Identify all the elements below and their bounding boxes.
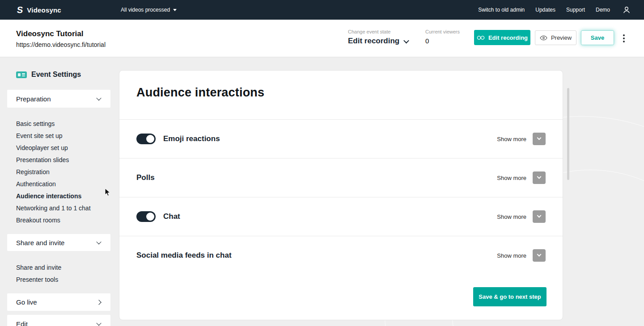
- link-updates[interactable]: Updates: [535, 7, 555, 13]
- show-more-link[interactable]: Show more: [497, 136, 526, 142]
- edit-recording-label: Edit recording: [488, 34, 528, 41]
- emoji-reactions-toggle[interactable]: [136, 134, 156, 144]
- event-state-value: Edit recording: [348, 37, 399, 46]
- row-label: Polls: [136, 173, 155, 182]
- event-title: Videosync Tutorial: [16, 29, 84, 38]
- eye-icon: [540, 35, 547, 41]
- section-go-live[interactable]: Go live: [7, 293, 110, 311]
- event-settings-title: Event Settings: [31, 71, 81, 79]
- chat-toggle[interactable]: [136, 211, 156, 222]
- share-items: Share and invite Presenter tools: [16, 262, 61, 286]
- preparation-items: Basic settings Event site set up Videopl…: [16, 118, 91, 226]
- section-edit[interactable]: Edit: [7, 315, 110, 326]
- preview-button[interactable]: Preview: [535, 30, 576, 45]
- chevron-down-icon: [537, 174, 542, 179]
- section-edit-label: Edit: [16, 320, 28, 326]
- link-support[interactable]: Support: [566, 7, 585, 13]
- link-demo[interactable]: Demo: [596, 7, 610, 13]
- event-state-label: Change event state: [348, 29, 408, 34]
- current-viewers-count: 0: [425, 37, 460, 45]
- event-settings-heading: Event Settings: [16, 71, 81, 79]
- record-icon: [477, 35, 485, 40]
- show-more-link[interactable]: Show more: [497, 213, 526, 220]
- row-chat: Chat Show more: [119, 197, 563, 236]
- section-share-and-invite[interactable]: Share and invite: [7, 234, 110, 251]
- row-polls: Polls Show more: [119, 158, 563, 197]
- more-options-kebab-icon[interactable]: [622, 33, 626, 43]
- chevron-down-icon: [537, 213, 542, 217]
- row-label: Chat: [163, 212, 180, 221]
- link-switch-old-admin[interactable]: Switch to old admin: [478, 7, 525, 13]
- section-preparation-label: Preparation: [16, 95, 51, 103]
- chevron-down-icon: [403, 38, 409, 43]
- edit-recording-button[interactable]: Edit recording: [474, 30, 530, 45]
- panel-footer: Save & go to next step: [119, 275, 563, 306]
- save-button[interactable]: Save: [581, 30, 614, 45]
- event-state-dropdown[interactable]: Edit recording: [348, 37, 408, 46]
- row-label: Social media feeds in chat: [136, 251, 232, 260]
- sidebar-item-share-and-invite[interactable]: Share and invite: [16, 262, 61, 274]
- row-emoji-reactions: Emoji reactions Show more: [119, 119, 563, 158]
- chevron-down-icon: [96, 239, 101, 244]
- row-social-media-feeds: Social media feeds in chat Show more: [119, 236, 563, 275]
- event-state-block: Change event state Edit recording: [348, 29, 408, 46]
- expand-row-button[interactable]: [533, 249, 546, 262]
- sidebar-item-videoplayer-setup[interactable]: Videoplayer set up: [16, 142, 91, 154]
- brand-name: Videosync: [27, 6, 61, 14]
- section-share-label: Share and invite: [16, 239, 64, 247]
- panel-title: Audience interactions: [136, 86, 546, 100]
- section-go-live-label: Go live: [16, 298, 37, 306]
- sidebar-item-authentication[interactable]: Authentication: [16, 178, 91, 190]
- account-icon[interactable]: [623, 6, 631, 16]
- show-more-link[interactable]: Show more: [497, 175, 526, 181]
- sidebar-item-networking[interactable]: Networking and 1 to 1 chat: [16, 202, 91, 214]
- sidebar-item-audience-interactions[interactable]: Audience interactions: [16, 190, 91, 202]
- settings-rows: Emoji reactions Show more Polls Show mor…: [119, 119, 563, 275]
- event-header: Videosync Tutorial https://demo.videosyn…: [0, 20, 644, 57]
- topbar-links: Switch to old admin Updates Support Demo: [478, 0, 610, 20]
- settings-sidebar: Event Settings Preparation Basic setting…: [0, 57, 118, 326]
- videos-processed-dropdown[interactable]: All videos processed: [121, 0, 177, 20]
- current-viewers-label: Current viewers: [425, 29, 460, 34]
- videos-processed-label: All videos processed: [121, 7, 170, 13]
- audience-interactions-panel: Audience interactions Emoji reactions Sh…: [119, 70, 563, 320]
- expand-row-button[interactable]: [533, 133, 546, 145]
- current-viewers-block: Current viewers 0: [425, 29, 460, 45]
- row-label: Emoji reactions: [163, 134, 220, 143]
- save-next-step-button[interactable]: Save & go to next step: [473, 287, 547, 306]
- topbar: S Videosync All videos processed Switch …: [0, 0, 644, 20]
- sidebar-item-breakout-rooms[interactable]: Breakout rooms: [16, 214, 91, 226]
- chevron-down-icon: [96, 96, 101, 100]
- chevron-down-icon: [537, 135, 542, 140]
- sidebar-item-presenter-tools[interactable]: Presenter tools: [16, 274, 61, 286]
- brand: S Videosync: [17, 0, 61, 20]
- chevron-down-icon: [96, 321, 101, 326]
- event-settings-icon: [16, 71, 27, 78]
- sidebar-item-basic-settings[interactable]: Basic settings: [16, 118, 91, 130]
- show-more-link[interactable]: Show more: [497, 252, 526, 259]
- sidebar-item-presentation-slides[interactable]: Presentation slides: [16, 154, 91, 166]
- section-preparation[interactable]: Preparation: [7, 90, 110, 108]
- caret-down-icon: [173, 9, 177, 11]
- save-label: Save: [591, 34, 604, 41]
- expand-row-button[interactable]: [533, 171, 546, 184]
- scrollbar-thumb[interactable]: [567, 88, 569, 180]
- expand-row-button[interactable]: [533, 210, 546, 223]
- chevron-down-icon: [537, 252, 542, 256]
- videosync-logo-icon: S: [17, 5, 23, 14]
- sidebar-item-event-site-setup[interactable]: Event site set up: [16, 130, 91, 142]
- event-url: https://demo.videosync.fi/tutorial: [16, 41, 106, 48]
- sidebar-item-registration[interactable]: Registration: [16, 166, 91, 178]
- preview-label: Preview: [551, 34, 572, 41]
- chevron-right-icon: [96, 300, 101, 305]
